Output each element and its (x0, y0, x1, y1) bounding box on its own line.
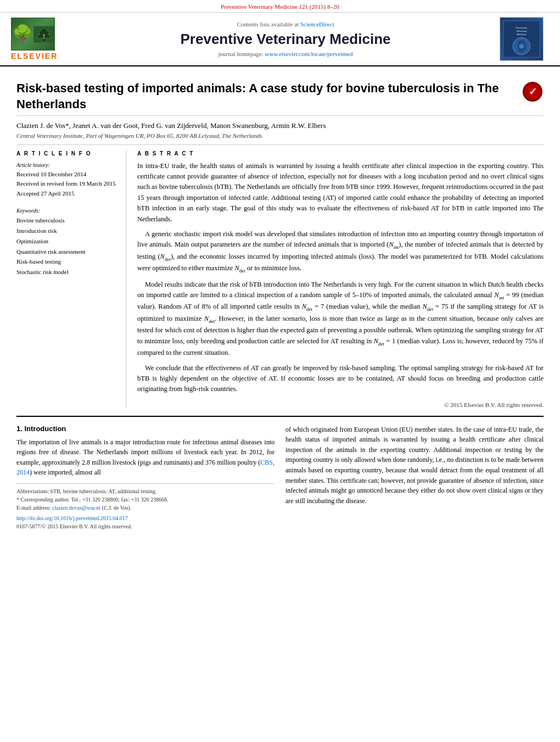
keyword-6: Stochastic risk model (16, 267, 118, 277)
received-date: Received 10 December 2014 (16, 170, 118, 180)
abstract-para-2: A generic stochastic import risk model w… (137, 229, 544, 275)
article-title: Risk-based testing of imported animals: … (16, 81, 516, 112)
journal-cover-logo: Preventive Veterinary Medicine (500, 17, 549, 61)
svg-text:Medicine: Medicine (517, 33, 527, 36)
article-title-section: Risk-based testing of imported animals: … (16, 75, 544, 116)
elsevier-text: ELSEVIER (11, 52, 58, 60)
cbs-citation-link[interactable]: CBS, 2014 (16, 459, 275, 477)
journal-center-info: Contents lists available at ScienceDirec… (77, 21, 494, 57)
journal-title: Preventive Veterinary Medicine (77, 31, 494, 48)
journal-reference: Preventive Veterinary Medicine 121 (2015… (221, 3, 339, 10)
keywords-block: Keywords: Bovine tuberculosis Introducti… (16, 206, 118, 277)
email-link[interactable]: clazien.devas@wur.nl (52, 505, 100, 511)
homepage-line: journal homepage: www.elsevier.com/locat… (77, 51, 494, 57)
homepage-link[interactable]: www.elsevier.com/locate/prevetmed (265, 51, 352, 57)
abbreviations-note: Abbreviations: bTB, bovine tuberculosis;… (16, 487, 275, 495)
article-title-text: Risk-based testing of imported animals: … (16, 81, 516, 112)
svg-text:Preventive: Preventive (516, 26, 528, 29)
keyword-1: Bovine tuberculosis (16, 215, 118, 226)
section-1-body-left: The importation of live animals is a maj… (16, 437, 275, 478)
history-label: Article history: (16, 161, 118, 170)
two-column-layout: A R T I C L E I N F O Article history: R… (16, 144, 544, 408)
section-1-title: 1. Introduction (16, 425, 275, 433)
top-bar: Preventive Veterinary Medicine 121 (2015… (0, 0, 560, 13)
body-section: 1. Introduction The importation of live … (16, 425, 544, 531)
abstract-para-4: We conclude that the effectiveness of AT… (137, 363, 544, 395)
section-divider (16, 416, 544, 417)
cover-image: Preventive Veterinary Medicine (500, 17, 544, 61)
email-note: E-mail address: clazien.devas@wur.nl (C.… (16, 504, 275, 512)
abstract-para-1: In intra-EU trade, the health status of … (137, 161, 544, 225)
accepted-date: Accepted 27 April 2015 (16, 189, 118, 199)
authors: Clazien J. de Vos*, Jeanet A. van der Go… (16, 120, 544, 131)
abstract-column: A B S T R A C T In intra-EU trade, the h… (137, 150, 544, 408)
keyword-4: Quantitative risk assessment (16, 247, 118, 257)
abstract-para-3: Model results indicate that the risk of … (137, 280, 544, 359)
abstract-text: In intra-EU trade, the health status of … (137, 161, 544, 395)
svg-point-3 (43, 34, 44, 36)
body-left-col: 1. Introduction The importation of live … (16, 425, 275, 531)
svg-point-14 (519, 44, 524, 49)
elsevier-logo: ELSEVIER (11, 18, 71, 60)
intro-para-1: The importation of live animals is a maj… (16, 437, 275, 478)
body-right-col: of which originated from European Union … (285, 425, 544, 531)
keyword-2: Introduction risk (16, 226, 118, 236)
journal-header: ELSEVIER Contents lists available at Sci… (0, 13, 560, 66)
keywords-label: Keywords: (16, 206, 118, 215)
revised-date: Received in revised form 19 March 2015 (16, 179, 118, 189)
doi-link[interactable]: http://dx.doi.org/10.1016/j.prevetmed.20… (16, 514, 275, 522)
elsevier-tree-icon (11, 18, 55, 51)
affiliation: Central Veterinary Institute, Part of Wa… (16, 132, 544, 139)
keyword-5: Risk-based testing (16, 256, 118, 267)
keyword-3: Optimization (16, 236, 118, 247)
section-1-body-right: of which originated from European Union … (285, 425, 544, 506)
email-label: E-mail address: (16, 505, 51, 511)
article-info-column: A R T I C L E I N F O Article history: R… (16, 150, 126, 408)
intro-para-2: of which originated from European Union … (285, 425, 544, 506)
copyright-line: © 2015 Elsevier B.V. All rights reserved… (137, 399, 544, 408)
article-info-heading: A R T I C L E I N F O (16, 150, 118, 157)
article-history: Article history: Received 10 December 20… (16, 161, 118, 199)
crossmark-icon: ✓ (523, 82, 542, 102)
footnote-section: Abbreviations: bTB, bovine tuberculosis;… (16, 483, 275, 531)
abstract-heading: A B S T R A C T (137, 150, 544, 157)
content-area: Risk-based testing of imported animals: … (0, 66, 560, 536)
sciencedirect-link[interactable]: ScienceDirect (300, 21, 334, 27)
email-author: (C.J. de Vos). (102, 505, 132, 511)
svg-text:Veterinary: Veterinary (516, 30, 527, 32)
issn-line: 0167-5877/© 2015 Elsevier B.V. All right… (16, 522, 275, 531)
crossmark-badge: ✓ (522, 81, 544, 103)
corresponding-note: * Corresponding author. Tel.: +31 320 23… (16, 495, 275, 504)
contents-line: Contents lists available at ScienceDirec… (77, 21, 494, 27)
